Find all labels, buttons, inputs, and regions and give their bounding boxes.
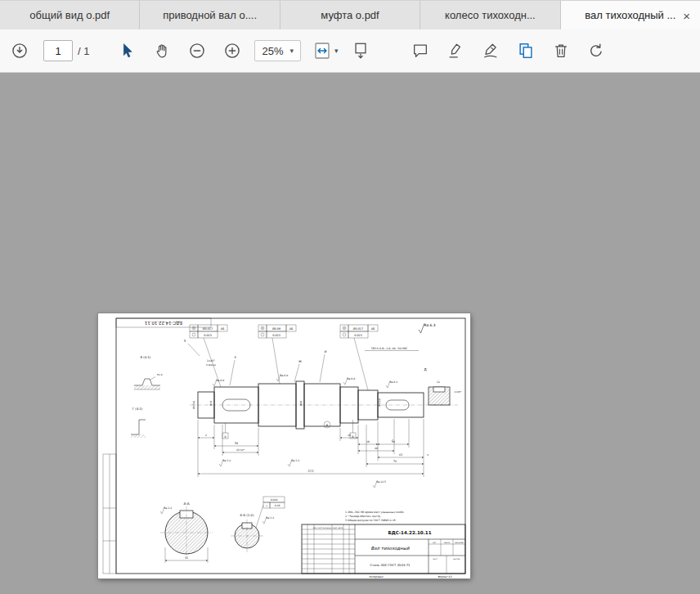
svg-text:10: 10	[348, 434, 351, 437]
fit-width-icon	[312, 41, 332, 61]
close-tab-icon[interactable]: ×	[680, 8, 693, 22]
page-scroll-icon	[352, 42, 370, 60]
svg-text:АБ: АБ	[371, 327, 375, 331]
page-count-label: / 1	[78, 45, 89, 57]
svg-text:Ra 0.8: Ra 0.8	[280, 374, 289, 377]
page-number-input[interactable]	[43, 40, 73, 61]
format-label: Формат А3	[438, 575, 451, 578]
tab-privodnoy-val[interactable]: приводной вал o....	[140, 1, 280, 29]
keyway-detail-d: Д	[424, 367, 450, 405]
titleblock-header-row: Изм. Лист № докум. Подп. Дата	[313, 527, 343, 529]
fountain-pen-icon	[482, 42, 500, 60]
chamfer-label: 2 фаски	[206, 363, 216, 367]
delete-pages-button[interactable]	[548, 38, 574, 64]
svg-text:Ø0.017: Ø0.017	[203, 327, 213, 331]
roughness-flags: Ra 0.8 Ra 0.8 Ra 0.8 Ra 0.2 Ra 3.2 Ra 3.…	[213, 374, 397, 488]
view-letter: Д	[424, 367, 426, 371]
zoom-level-value: 25%	[262, 45, 283, 57]
drawing-number: БДС-14.22.10.11	[388, 530, 431, 535]
radius-label: R1.6	[157, 373, 163, 376]
download-button[interactable]	[7, 38, 33, 64]
scroll-mode-button[interactable]	[348, 38, 374, 64]
drawing-material: Сталь 40Х ГОСТ 4543-71	[370, 563, 411, 567]
svg-text:Ra 3.2: Ra 3.2	[223, 459, 231, 462]
zoom-in-button[interactable]	[219, 38, 245, 64]
svg-text:Ra 12.5: Ra 12.5	[377, 480, 387, 484]
highlighter-icon	[446, 42, 464, 60]
svg-text:З: З	[184, 340, 186, 343]
fit-width-dropdown[interactable]: ▾	[312, 41, 339, 61]
svg-text:Масштаб: Масштаб	[455, 542, 464, 544]
trash-icon	[552, 42, 570, 60]
comment-bubble-icon	[411, 42, 429, 60]
tab-label: муфта o.pdf	[321, 9, 379, 21]
svg-text:Е (4:1): Е (4:1)	[141, 355, 151, 359]
pdf-viewer-window: общий вид o.pdf приводной вал o.... муфт…	[0, 0, 700, 594]
tab-koleso-tihohodnoe[interactable]: колесо тихоходн...	[420, 1, 560, 29]
svg-text:30: 30	[392, 440, 395, 443]
select-tool-button[interactable]	[114, 38, 140, 64]
svg-text:58: 58	[235, 442, 238, 445]
svg-text:Лит.: Лит.	[433, 542, 437, 544]
tab-label: приводной вал o....	[163, 9, 257, 21]
svg-text:55: 55	[185, 556, 188, 560]
svg-text:Ra 6.3: Ra 6.3	[424, 323, 436, 327]
chamfer-label: 1×45°	[454, 390, 462, 394]
detail-view-g: Г (4:1)	[131, 407, 146, 438]
hand-tool-button[interactable]	[149, 38, 175, 64]
sign-tool-button[interactable]	[478, 38, 504, 64]
svg-text:А: А	[224, 435, 227, 439]
general-roughness: Ra 6.3	[419, 323, 436, 333]
detail-view-e: Е (4:1) R1.6	[134, 355, 163, 389]
rotate-pages-button[interactable]	[583, 38, 609, 64]
tab-mufta[interactable]: муфта o.pdf	[280, 1, 420, 29]
shaft-main-view: В	[190, 381, 458, 429]
tolerance-frame-3: Ø0.017 АБ 0.023	[340, 325, 378, 390]
title-block: Изм. Лист № докум. Подп. Дата БДС-14.22.…	[302, 524, 465, 578]
svg-text:0.023: 0.023	[272, 334, 280, 337]
tab-obshchiy-vid[interactable]: общий вид o.pdf	[0, 1, 140, 29]
pdf-page: БДС-14.22.10.11 Ra 6.3 Ø0.017 АБ	[98, 313, 470, 578]
dim-label: 12	[437, 380, 440, 384]
organize-pages-button[interactable]	[513, 38, 539, 64]
svg-text:Б-Б (1:2): Б-Б (1:2)	[240, 513, 254, 517]
tab-bar: общий вид o.pdf приводной вал o.... муфт…	[0, 0, 700, 29]
svg-text:Ж: Ж	[298, 360, 302, 363]
zoom-out-icon	[188, 42, 206, 60]
svg-text:Ra 0.8: Ra 0.8	[217, 379, 225, 382]
svg-text:63: 63	[399, 453, 402, 457]
tolerance-frame-1: Ø0.017 АБ 0.023	[190, 325, 227, 387]
svg-text:0.16: 0.16	[275, 504, 280, 507]
copy-pages-icon	[517, 42, 535, 60]
svg-text:Е: Е	[235, 356, 237, 359]
zoom-level-dropdown[interactable]: 25% ▾	[254, 40, 301, 61]
svg-text:А-А: А-А	[183, 502, 189, 506]
chevron-down-icon: ▾	[290, 47, 294, 55]
diameter-labels: Ø45k6 Ø50 Ø60 Ø45k6	[192, 398, 381, 409]
technical-notes: 1 269...302 НВ кроме мест указанных особ…	[345, 511, 404, 522]
svg-text:40: 40	[375, 447, 378, 450]
svg-text:Листов: Листов	[453, 558, 460, 560]
tab-val-tihohodny-active[interactable]: вал тихоходный ... ×	[561, 1, 700, 29]
document-view-area[interactable]: БДС-14.22.10.11 Ra 6.3 Ø0.017 АБ	[0, 73, 700, 593]
comment-tool-button[interactable]	[407, 38, 433, 64]
section-bb: Б-Б (1:2) Ra 3.2 0.020 ⊥ 0.16	[231, 497, 285, 552]
tab-label: вал тихоходный ...	[585, 9, 675, 21]
zoom-out-button[interactable]	[184, 38, 210, 64]
svg-text:272: 272	[308, 470, 314, 473]
svg-text:1 269...302 НВ кроме мест указ: 1 269...302 НВ кроме мест указанных особ…	[345, 511, 404, 514]
cursor-arrow-icon	[118, 42, 136, 60]
tab-label: колесо тихоходн...	[445, 9, 536, 21]
svg-text:АБ: АБ	[289, 327, 294, 331]
technical-drawing: БДС-14.22.10.11 Ra 6.3 Ø0.017 АБ	[98, 313, 470, 578]
svg-text:3: 3	[427, 453, 429, 457]
inverted-drawing-number: БДС-14.22.10.11	[145, 321, 182, 326]
tab-label: общий вид o.pdf	[29, 9, 110, 21]
kopiroval-label: Копировал	[369, 575, 383, 578]
svg-text:И: И	[325, 350, 327, 353]
svg-text:16: 16	[366, 440, 370, 443]
svg-text:43 пз*: 43 пз*	[236, 448, 245, 452]
highlight-tool-button[interactable]	[442, 38, 469, 64]
svg-text:70: 70	[393, 460, 397, 463]
section-letters: З Е Ж И Г А Б	[184, 340, 393, 443]
